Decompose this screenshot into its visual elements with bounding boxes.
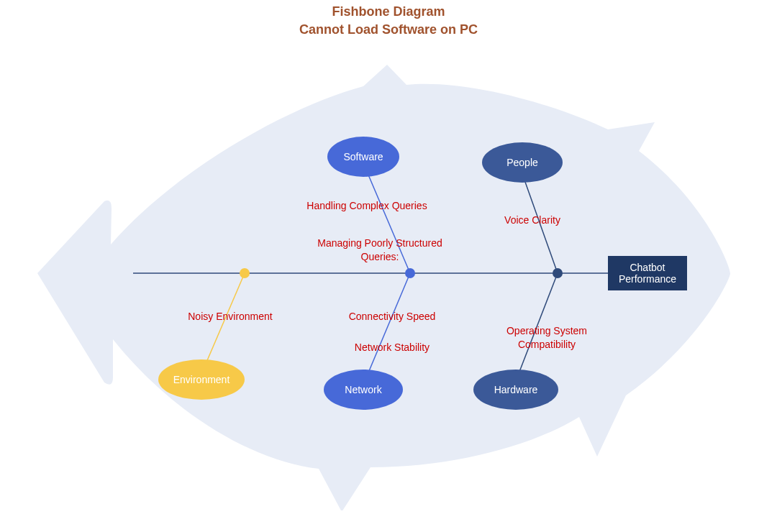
cause-network-2: Network Stability: [331, 341, 453, 353]
category-environment: Environment: [158, 359, 245, 400]
cause-network-1: Connectivity Speed: [331, 311, 453, 322]
cause-hardware-1: Operating System Compatibility: [489, 311, 604, 352]
category-hardware: Hardware: [473, 370, 558, 410]
cause-environment-1: Noisy Environment: [173, 311, 288, 322]
category-software-label: Software: [343, 151, 383, 162]
cause-software-2: Managing Poorly Structured Queries:: [301, 223, 459, 264]
category-people-label: People: [506, 157, 538, 168]
category-software: Software: [327, 137, 399, 177]
category-people: People: [482, 142, 563, 183]
category-network-label: Network: [345, 384, 381, 395]
title-line-2: Cannot Load Software on PC: [0, 21, 777, 39]
category-network: Network: [324, 370, 403, 410]
diagram-title: Fishbone Diagram Cannot Load Software on…: [0, 0, 777, 39]
fishbone-diagram: Software People Environment Network Hard…: [29, 58, 748, 510]
cause-software-1: Handling Complex Queries: [295, 200, 439, 211]
dot-people-hardware: [553, 268, 563, 278]
dot-environment: [240, 268, 250, 278]
category-hardware-label: Hardware: [494, 384, 538, 395]
cause-people-1: Voice Clarity: [489, 214, 576, 226]
effect-box: Chatbot Performance: [608, 256, 687, 290]
category-environment-label: Environment: [173, 374, 230, 385]
dot-software-network: [405, 268, 415, 278]
title-line-1: Fishbone Diagram: [0, 3, 777, 21]
effect-label: Chatbot Performance: [614, 262, 681, 285]
